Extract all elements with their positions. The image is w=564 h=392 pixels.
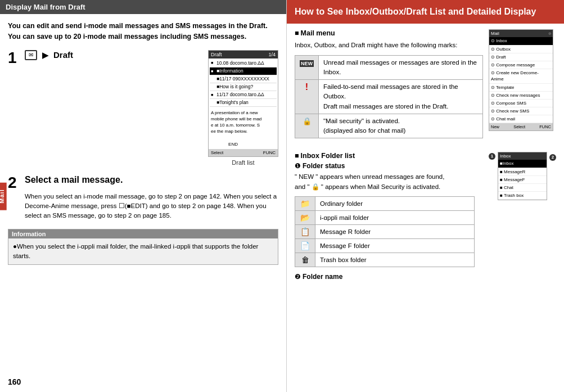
- phone-row: ■Tonight's plan: [210, 99, 277, 107]
- mail-icon: ✉: [25, 50, 37, 60]
- folder-icon-msgr: 📋: [295, 224, 315, 238]
- inbox-phone-row-msgf: ■ MessageF: [498, 176, 547, 184]
- mark-desc-exclaim: Failed-to-send mail messages are stored …: [319, 80, 483, 114]
- mark-desc-new: Unread mail messages or messages are sto…: [319, 55, 483, 80]
- phone2-btn-select[interactable]: Select: [513, 124, 525, 129]
- phone-row: ■ 10.08 docomo.taro.ΔΔ: [210, 60, 277, 67]
- mark-desc-lock: "Mail security" is activated.(displayed …: [319, 114, 483, 138]
- folder-name-msgr: Message R folder: [315, 224, 475, 238]
- marks-table: NEW Unread mail messages or messages are…: [295, 55, 483, 139]
- folder-row-trash: 🗑 Trash box folder: [295, 253, 475, 267]
- intro-text: You can edit and send i-mode mail messag…: [8, 21, 278, 42]
- inbox-phone-row-msgr: ■ MessageR: [498, 168, 547, 176]
- folder-name2-label: Folder name: [295, 273, 483, 281]
- right-panel: How to See Inbox/Outbox/Draft List and D…: [287, 0, 564, 392]
- step1-arrow: ▶: [42, 51, 48, 60]
- folder-row-msgr: 📋 Message R folder: [295, 224, 475, 238]
- phone-row: ■11/17 090XXXXXXXXX: [210, 75, 277, 83]
- step2-title: Select a mail message.: [25, 175, 278, 185]
- step1-row: 1 ✉ ▶ Draft Draft 1/4 ■: [8, 50, 278, 166]
- phone2-row-chat: ⊙ Chat mail: [489, 115, 553, 123]
- phone-btn-func[interactable]: FUNC: [263, 150, 276, 155]
- phone2-row-draft: ⊙ Draft: [489, 53, 553, 61]
- phone2-row-check: ⊙ Check new messages: [489, 92, 553, 100]
- step1-number: 1: [8, 50, 19, 66]
- folder-icon-ordinary: 📁: [295, 196, 315, 210]
- left-panel: Mail Display Mail from Draft You can edi…: [0, 0, 287, 392]
- phone2-footer: New Select FUNC: [489, 123, 553, 130]
- inbox-right: 1 Inbox ■Inbox ■ MessageR: [489, 152, 556, 200]
- phone-title-bar: Draft 1/4: [209, 51, 278, 58]
- phone2-title-bar: Mail ○: [489, 30, 553, 37]
- inbox-left: Inbox Folder list Folder status " NEW " …: [295, 152, 483, 281]
- phone-row-selected: ■ ■Information: [210, 67, 277, 75]
- step2-number: 2: [8, 175, 19, 191]
- folder-name-msgf: Message F folder: [315, 238, 475, 253]
- sidebar-tab: Mail: [0, 182, 7, 210]
- page-number: 160: [8, 377, 21, 386]
- mail-menu-title: Mail menu: [295, 29, 483, 37]
- phone2-row-checksms: ⊙ Check new SMS: [489, 107, 553, 115]
- inbox-folder-title: Inbox Folder list: [295, 152, 483, 160]
- folder-name-iappli: i-αppli mail folder: [315, 210, 475, 224]
- mark-icon-exclaim: !: [295, 80, 319, 114]
- folder-row-msgf: 📄 Message F folder: [295, 238, 475, 253]
- phone-row: ■How is it going?: [210, 83, 277, 91]
- folders-table: 📁 Ordinary folder 📂 i-αppli mail folder …: [295, 196, 475, 267]
- inbox-phone: Inbox ■Inbox ■ MessageR ■ MessageF ■ Cha: [498, 152, 547, 200]
- folder-name-trash: Trash box folder: [315, 253, 475, 267]
- folder-icon-msgf: 📄: [295, 238, 315, 253]
- folder-row-iappli: 📂 i-αppli mail folder: [295, 210, 475, 224]
- folder-status-desc: " NEW " appears when unread messages are…: [295, 172, 483, 192]
- information-box: Information ●When you select the i-αppli…: [8, 229, 278, 265]
- phone-body: ■ 10.08 docomo.taro.ΔΔ ■ ■Information ■1…: [209, 58, 278, 108]
- folder-icon-trash: 🗑: [295, 253, 315, 267]
- step1-draft-label: Draft: [53, 50, 73, 60]
- step2-content: Select a mail message. When you select a…: [25, 175, 278, 221]
- right-header: How to See Inbox/Outbox/Draft List and D…: [287, 0, 564, 24]
- phone2-row-compose: ⊙ Compose message: [489, 61, 553, 69]
- inbox-section: Inbox Folder list Folder status " NEW " …: [295, 152, 556, 281]
- right-content: Mail menu Inbox, Outbox, and Draft might…: [287, 24, 564, 392]
- folder-icon-iappli: 📂: [295, 210, 315, 224]
- info-header: Information: [8, 229, 278, 238]
- inbox-phone-row-chat: ■ Chat: [498, 184, 547, 192]
- folder-status-title: Folder status: [295, 162, 483, 170]
- phone2-row-outbox: ⊙ Outbox: [489, 46, 553, 53]
- mail-menu-phone: Mail ○ ⊙ Inbox ⊙ Outbox ⊙ Draft ⊙ Compos…: [489, 29, 553, 131]
- info-body: ●When you select the i-αppli mail folder…: [8, 238, 278, 265]
- draft-phone-screenshot: Draft 1/4 ■ 10.08 docomo.taro.ΔΔ ■ ■Info…: [208, 50, 278, 157]
- phone2-row-template: ⊙ Template: [489, 84, 553, 92]
- mark-row-new: NEW Unread mail messages or messages are…: [295, 55, 483, 80]
- inbox-phone-row-trash: ■ Trash box: [498, 192, 547, 200]
- phone2-btn-func[interactable]: FUNC: [539, 124, 551, 129]
- mark-row-exclaim: ! Failed-to-send mail messages are store…: [295, 80, 483, 114]
- left-header: Display Mail from Draft: [0, 0, 286, 14]
- mail-menu-desc: Inbox, Outbox, and Draft might have the …: [295, 40, 483, 50]
- inbox-phone-title: Inbox: [498, 152, 547, 160]
- step2-row: 2 Select a mail message. When you select…: [8, 175, 278, 221]
- mark-row-lock: 🔒 "Mail security" is activated.(displaye…: [295, 114, 483, 138]
- phone-title-right: 1/4: [268, 52, 276, 57]
- phone-caption: Draft list: [232, 159, 254, 166]
- phone-footer: Select FUNC: [209, 149, 278, 156]
- mark-icon-lock: 🔒: [295, 114, 319, 138]
- phone2-btn-new[interactable]: New: [491, 124, 499, 129]
- phone2-row-sms: ⊙ Compose SMS: [489, 100, 553, 107]
- folder-row-ordinary: 📁 Ordinary folder: [295, 196, 475, 210]
- mark-icon-new: NEW: [295, 55, 319, 80]
- folder-name-ordinary: Ordinary folder: [315, 196, 475, 210]
- phone2-row-anime: ⊙ Create new Decome-Anime: [489, 69, 553, 83]
- step2-desc: When you select an i-mode mail message, …: [25, 192, 278, 221]
- phone-detail: A presentation of a new mobile phone wil…: [209, 108, 278, 149]
- phone-btn-select[interactable]: Select: [211, 150, 223, 155]
- inbox-phone-row-inbox: ■Inbox: [498, 160, 547, 168]
- left-content: You can edit and send i-mode mail messag…: [0, 14, 286, 392]
- phone-title: Draft: [211, 52, 222, 57]
- phone2-row-inbox: ⊙ Inbox: [489, 37, 553, 45]
- phone-row: ■ 11/17 docomo.taro.ΔΔ: [210, 91, 277, 99]
